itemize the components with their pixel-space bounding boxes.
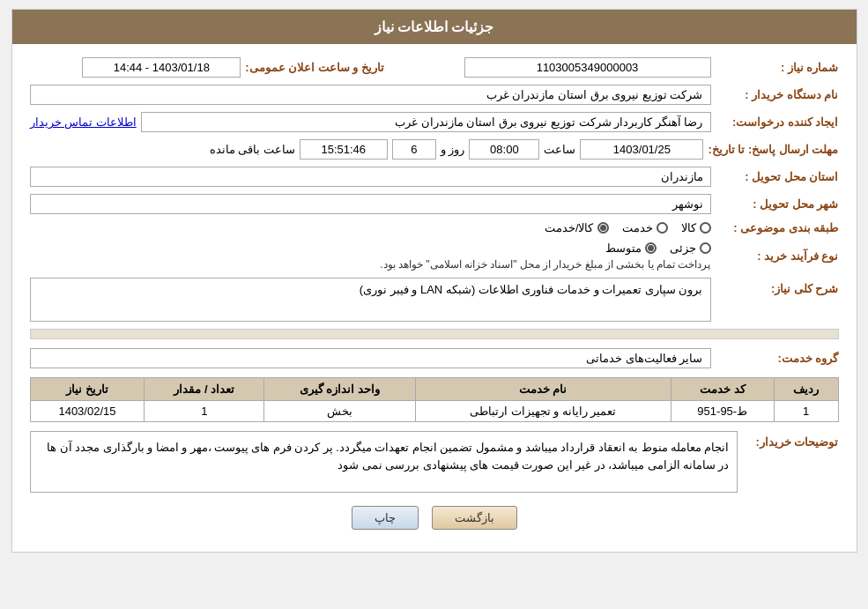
need-number-value: 1103005349000003 [464, 57, 711, 78]
general-desc-label: شرح کلی نیاز: [716, 278, 839, 295]
deadline-row: مهلت ارسال پاسخ: تا تاریخ: 1403/01/25 سا… [30, 139, 839, 160]
deadline-days-label: روز و [441, 143, 465, 156]
col-quantity: تعداد / مقدار [145, 378, 264, 401]
services-table: ردیف کد خدمت نام خدمت واحد اندازه گیری ت… [30, 377, 839, 422]
delivery-province-row: استان محل تحویل : مازندران [30, 167, 839, 187]
radio-jozii-icon [700, 242, 711, 254]
category-kala: کالا [681, 221, 711, 234]
requester-label: ایجاد کننده درخواست: [716, 115, 839, 129]
category-row: طبقه بندی موضوعی : کالا خدمت کالا/خدمت [30, 221, 839, 234]
delivery-city-row: شهر محل تحویل : نوشهر [30, 194, 839, 214]
radio-kala-khedmat-icon [597, 222, 609, 234]
radio-khedmat-icon [657, 222, 668, 234]
cell-date: 1403/02/15 [30, 401, 145, 422]
cell-name: تعمیر رایانه و تجهیزات ارتباطی [415, 401, 671, 422]
buttons-row: بازگشت چاپ [30, 506, 839, 530]
contact-info-link[interactable]: اطلاعات تماس خریدار [30, 115, 137, 129]
deadline-remaining: 15:51:46 [300, 139, 388, 160]
deadline-time: 08:00 [469, 139, 539, 160]
radio-kala-icon [700, 222, 711, 234]
service-group-value: سایر فعالیت‌های خدماتی [30, 348, 711, 368]
delivery-province-label: استان محل تحویل : [716, 170, 839, 183]
col-name: نام خدمت [415, 378, 671, 401]
announcement-datetime: 1403/01/18 - 14:44 [82, 57, 241, 78]
category-kala-khedmat: کالا/خدمت [545, 221, 609, 234]
buyer-org-label: نام دستگاه خریدار : [716, 88, 839, 101]
deadline-label: مهلت ارسال پاسخ: تا تاریخ: [708, 143, 838, 156]
cell-quantity: 1 [145, 401, 264, 422]
buyer-org-value: شرکت توزیع نیروی برق استان مازندران غرب [30, 85, 711, 105]
cell-code: ط-95-951 [671, 401, 774, 422]
category-kala-khedmat-label: کالا/خدمت [545, 221, 594, 234]
category-kala-label: کالا [681, 221, 696, 234]
radio-motevaset-icon [645, 242, 657, 254]
category-label: طبقه بندی موضوعی : [716, 221, 839, 234]
deadline-time-label: ساعت [544, 143, 575, 156]
process-motevaset: متوسط [605, 241, 657, 255]
service-group-row: گروه خدمت: سایر فعالیت‌های خدماتی [30, 348, 839, 368]
table-row: 1 ط-95-951 تعمیر رایانه و تجهیزات ارتباط… [30, 401, 838, 422]
process-jozii: جزئی [670, 241, 711, 255]
category-radio-group: کالا خدمت کالا/خدمت [545, 221, 711, 234]
buyer-notes-row: توضیحات خریدار: انجام معامله منوط به انع… [30, 431, 839, 493]
page-title: جزئیات اطلاعات نیاز [12, 10, 857, 44]
process-motevaset-label: متوسط [605, 241, 642, 255]
print-button[interactable]: چاپ [352, 506, 419, 530]
col-row: ردیف [774, 378, 838, 401]
process-type-label: نوع فرآیند خرید : [716, 249, 839, 263]
process-type-row: نوع فرآیند خرید : جزئی متوسط پرداخت تمام… [30, 241, 839, 271]
services-table-section: ردیف کد خدمت نام خدمت واحد اندازه گیری ت… [30, 377, 839, 422]
requester-row: ایجاد کننده درخواست: رضا آهنگر کاربردار … [30, 112, 839, 132]
delivery-city-value: نوشهر [30, 194, 711, 214]
service-group-label: گروه خدمت: [716, 352, 839, 365]
need-number-label: شماره نیاز : [716, 61, 839, 74]
back-button[interactable]: بازگشت [432, 506, 517, 530]
process-jozii-label: جزئی [670, 241, 696, 255]
requester-value: رضا آهنگر کاربردار شرکت توزیع نیروی برق … [141, 112, 711, 132]
announcement-label: تاریخ و ساعت اعلان عمومی: [245, 61, 384, 74]
general-desc-row: شرح کلی نیاز: برون سپاری تعمیرات و خدمات… [30, 278, 839, 322]
process-radio-group: جزئی متوسط [30, 241, 711, 255]
deadline-date: 1403/01/25 [580, 139, 703, 160]
col-date: تاریخ نیاز [30, 378, 145, 401]
general-desc-value: برون سپاری تعمیرات و خدمات فناوری اطلاعا… [30, 278, 711, 322]
delivery-city-label: شهر محل تحویل : [716, 197, 839, 211]
process-note: پرداخت تمام یا بخشی از مبلغ خریدار از مح… [30, 258, 711, 271]
deadline-remaining-label: ساعت باقی مانده [210, 143, 295, 156]
cell-row: 1 [774, 401, 838, 422]
need-number-row: شماره نیاز : 1103005349000003 تاریخ و سا… [30, 57, 839, 78]
col-code: کد خدمت [671, 378, 774, 401]
buyer-org-row: نام دستگاه خریدار : شرکت توزیع نیروی برق… [30, 85, 839, 105]
cell-unit: بخش [264, 401, 415, 422]
services-section-header [30, 329, 839, 339]
buyer-notes-label: توضیحات خریدار: [742, 431, 839, 449]
category-khedmat: خدمت [622, 221, 668, 234]
buyer-notes-value: انجام معامله منوط به انعقاد قرارداد میبا… [30, 431, 738, 493]
col-unit: واحد اندازه گیری [264, 378, 415, 401]
deadline-days: 6 [392, 139, 436, 160]
category-khedmat-label: خدمت [622, 221, 653, 234]
delivery-province-value: مازندران [30, 167, 711, 187]
